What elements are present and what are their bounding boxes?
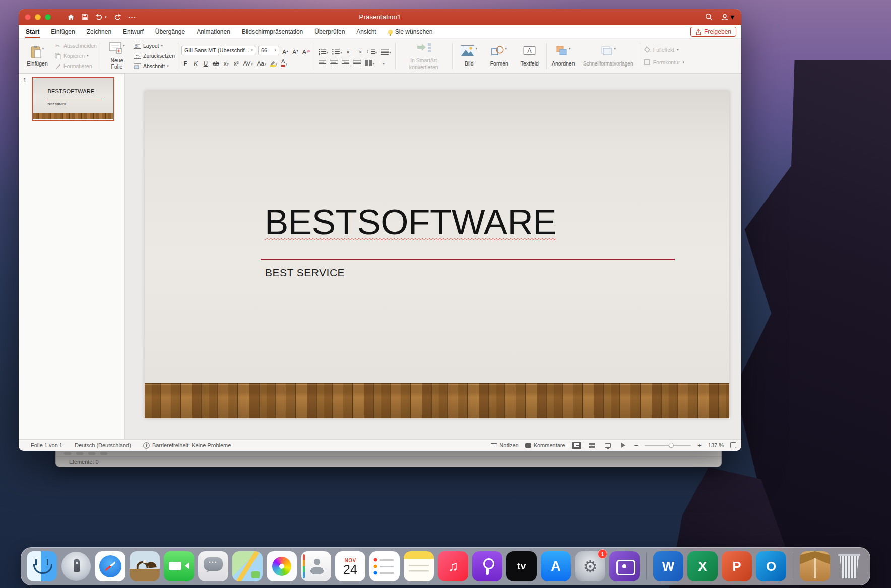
account-icon[interactable]: ▾: [721, 12, 734, 22]
window-titlebar[interactable]: ▾ ··· Präsentation1 ▾: [19, 9, 741, 25]
dock-safari-icon[interactable]: [95, 551, 125, 581]
dock-reminders-icon[interactable]: [369, 551, 400, 581]
dock-trash-icon[interactable]: [834, 551, 864, 581]
slideshow-button[interactable]: [619, 442, 628, 449]
tab-sie-wuenschen[interactable]: Sie wünschen: [388, 26, 433, 38]
zoom-percentage[interactable]: 137 %: [708, 442, 724, 448]
shrink-font-button[interactable]: A▾: [291, 46, 299, 55]
powerpoint-window[interactable]: ▾ ··· Präsentation1 ▾ Start Einfügen Zei…: [19, 9, 741, 451]
bullets-button[interactable]: ▾: [317, 46, 330, 55]
slide-subtitle-text[interactable]: BEST SERVICE: [265, 267, 345, 279]
strikethrough-button[interactable]: ab: [212, 58, 220, 67]
numbering-button[interactable]: ▾: [331, 46, 343, 55]
font-name-select[interactable]: Gill Sans MT (Überschrif...▾: [181, 46, 256, 55]
clear-formatting-button[interactable]: A: [301, 46, 311, 55]
align-center-button[interactable]: [329, 57, 339, 66]
close-button[interactable]: [25, 14, 31, 20]
font-color-button[interactable]: A▾: [280, 58, 288, 67]
reset-button[interactable]: Zurücksetzen: [134, 52, 175, 60]
undo-chevron-icon[interactable]: ▾: [105, 15, 107, 19]
dock-system-preferences-icon[interactable]: 1⚙: [575, 551, 605, 581]
italic-button[interactable]: K: [192, 58, 200, 67]
dock-music-icon[interactable]: ♫: [438, 551, 468, 581]
text-direction-button[interactable]: ▾: [364, 57, 376, 66]
align-left-button[interactable]: [317, 57, 327, 66]
zoom-slider[interactable]: [645, 445, 691, 446]
tab-einfuegen[interactable]: Einfügen: [50, 26, 75, 38]
slides-panel[interactable]: 1 BESTSOFTWARE BEST SERVICE: [19, 74, 125, 439]
slide[interactable]: BESTSOFTWARE BEST SERVICE: [145, 91, 729, 418]
dock-word-icon[interactable]: W: [653, 551, 683, 581]
justify-button[interactable]: [352, 57, 362, 66]
dock-photo-booth-icon[interactable]: [609, 551, 640, 581]
more-toolbar-icon[interactable]: ···: [129, 13, 137, 21]
insert-shapes-button[interactable]: ▾ Formen: [486, 45, 513, 67]
dock-photos-icon[interactable]: [267, 551, 297, 581]
tab-ueberpruefen[interactable]: Überprüfen: [314, 26, 345, 38]
dock-notes-icon[interactable]: [404, 551, 434, 581]
quick-styles-button[interactable]: ▾ Schnellformatvorlagen: [580, 45, 637, 67]
dock-maps-icon[interactable]: [232, 551, 263, 581]
dock-podcasts-icon[interactable]: [472, 551, 502, 581]
save-icon[interactable]: [82, 14, 88, 20]
finder-window[interactable]: Elemente: 0: [55, 451, 722, 467]
zoom-button[interactable]: [45, 14, 51, 20]
cut-button[interactable]: ✂Ausschneiden: [54, 42, 97, 50]
copy-button[interactable]: Kopieren▾: [54, 52, 97, 60]
convert-smartart-button[interactable]: In SmartArt konvertieren: [399, 42, 449, 70]
align-text-button[interactable]: ≡▾: [377, 57, 386, 66]
highlight-button[interactable]: ▾: [269, 58, 278, 67]
bold-button[interactable]: F: [181, 58, 189, 67]
tab-ansicht[interactable]: Ansicht: [356, 26, 376, 38]
accessibility-status[interactable]: Barrierefreiheit: Keine Probleme: [143, 442, 231, 449]
dock-apple-tv-icon[interactable]: tv: [506, 551, 537, 581]
tab-zeichnen[interactable]: Zeichnen: [86, 26, 112, 38]
notes-button[interactable]: Notizen: [491, 442, 518, 448]
slide-sorter-view-button[interactable]: [588, 442, 597, 449]
align-right-button[interactable]: [341, 57, 350, 66]
slide-divider-line[interactable]: [261, 259, 675, 260]
new-slide-button[interactable]: ▾ Neue Folie: [103, 42, 131, 70]
arrange-button[interactable]: ▾ Anordnen: [550, 45, 577, 67]
list-options-button[interactable]: ▾: [380, 46, 392, 55]
line-spacing-button[interactable]: ▾: [365, 46, 378, 55]
language-status[interactable]: Deutsch (Deutschland): [75, 442, 131, 448]
superscript-button[interactable]: x²: [232, 58, 240, 67]
zoom-out-button[interactable]: −: [634, 442, 639, 449]
zoom-slider-knob[interactable]: [669, 443, 674, 448]
tab-entwurf[interactable]: Entwurf: [122, 26, 144, 38]
dock-app-store-icon[interactable]: A: [541, 551, 571, 581]
search-icon[interactable]: [705, 13, 713, 21]
dock-excel-icon[interactable]: X: [687, 551, 718, 581]
reading-view-button[interactable]: [603, 442, 612, 449]
decrease-indent-button[interactable]: ⇤: [345, 46, 353, 55]
dock-contacts-icon[interactable]: [301, 551, 331, 581]
slide-title-text[interactable]: BESTSOFTWARE: [265, 203, 556, 242]
zoom-in-button[interactable]: +: [697, 442, 702, 449]
increase-indent-button[interactable]: ⇥: [355, 46, 363, 55]
undo-icon[interactable]: [95, 14, 103, 20]
slide-editor-canvas[interactable]: BESTSOFTWARE BEST SERVICE: [125, 74, 741, 439]
dock-messages-icon[interactable]: ···: [198, 551, 228, 581]
tab-start[interactable]: Start: [25, 26, 40, 38]
font-size-select[interactable]: 66▾: [258, 46, 279, 55]
dock-finder-icon[interactable]: [27, 551, 57, 581]
format-painter-button[interactable]: Formatieren: [54, 62, 97, 71]
normal-view-button[interactable]: [572, 442, 581, 449]
minimize-button[interactable]: [35, 14, 41, 20]
insert-textbox-button[interactable]: A Textfeld: [516, 45, 543, 67]
tab-uebergaenge[interactable]: Übergänge: [155, 26, 185, 38]
paste-button[interactable]: ▾ Einfügen: [24, 45, 51, 67]
dock-facetime-icon[interactable]: [164, 551, 194, 581]
shape-fill-button[interactable]: Fülleffekt ▾: [643, 45, 679, 54]
tab-bildschirmpraesentation[interactable]: Bildschirmpräsentation: [241, 26, 303, 38]
home-icon[interactable]: [67, 14, 75, 21]
comments-button[interactable]: Kommentare: [525, 442, 565, 448]
tab-animationen[interactable]: Animationen: [196, 26, 231, 38]
fit-to-window-button[interactable]: [730, 442, 736, 448]
change-case-button[interactable]: Aa▾: [256, 58, 268, 67]
shape-outline-button[interactable]: Formkontur ▾: [643, 58, 684, 67]
slide-thumbnail[interactable]: BESTSOFTWARE BEST SERVICE: [32, 77, 114, 121]
layout-button[interactable]: Layout▾: [134, 42, 175, 50]
insert-picture-button[interactable]: ▾ Bild: [456, 45, 483, 67]
